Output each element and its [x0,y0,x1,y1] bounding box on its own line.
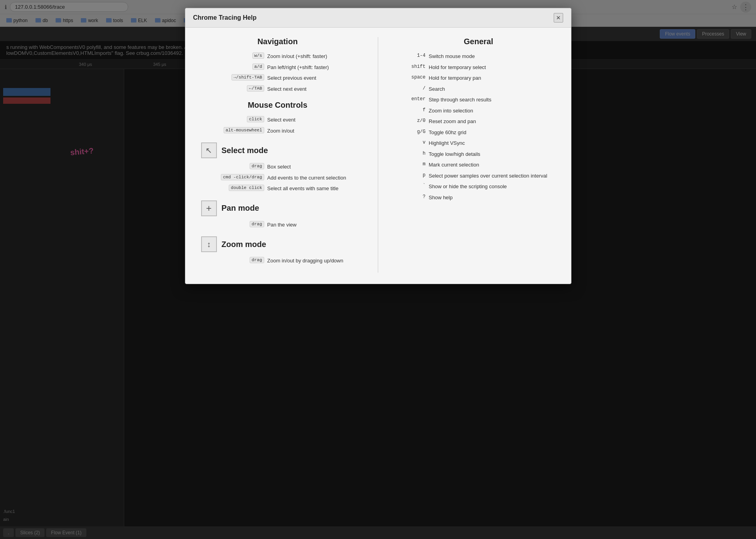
pan-mode-header: + Pan mode [201,200,355,216]
gen-desc-backtick: Show or hide the scripting console [429,183,507,191]
pan-mode-icon: + [201,200,217,216]
nav-key-ad: a/d [201,64,264,69]
zoom-key-drag: drag [201,257,264,263]
nav-key-next: ←/TAB [201,85,264,91]
help-right-column: General 1-4 Switch mouse mode shift Hold… [402,37,555,273]
gen-desc-enter: Step through search results [429,96,491,104]
select-mode-icon: ↖ [201,142,217,158]
gen-key-gg: g/G [402,129,426,135]
select-mode-header: ↖ Select mode [201,142,355,158]
select-row-dblclick: double click Select all events with same… [201,185,355,193]
gen-row-enter: enter Step through search results [402,96,555,104]
mouse-row-click: click Select event [201,116,355,124]
help-modal: Chrome Tracing Help ✕ Navigation w/s Zoo… [185,8,571,284]
gen-key-v: v [402,139,426,145]
zoom-mode-icon: ↕ [201,236,217,252]
nav-row-ad: a/d Pan left/right (+shift: faster) [201,64,355,71]
pan-row-drag: drag Pan the view [201,221,355,229]
gen-row-v: v Highlight VSync [402,139,555,147]
mouse-key-wheel: alt-mousewheel [201,127,264,133]
gen-desc-space: Hold for temporary pan [429,74,481,82]
mouse-controls-title: Mouse Controls [201,101,355,110]
zoom-mode-header: ↕ Zoom mode [201,236,355,252]
gen-row-h: h Toggle low/high details [402,150,555,158]
gen-row-space: space Hold for temporary pan [402,74,555,82]
navigation-title: Navigation [201,37,355,46]
select-desc-dblclick: Select all events with same title [267,185,339,193]
gen-key-p: p [402,172,426,178]
gen-row-f: f Zoom into selection [402,107,555,115]
gen-key-space: space [402,74,426,80]
pan-mode-section: + Pan mode drag Pan the view [201,200,355,229]
gen-desc-m: Mark current selection [429,161,479,169]
gen-key-backtick: ` [402,183,426,189]
zoom-desc-drag: Zoom in/out by dragging up/down [267,257,343,265]
gen-key-z0: z/0 [402,118,426,124]
gen-row-slash: / Search [402,85,555,93]
zoom-row-drag: drag Zoom in/out by dragging up/down [201,257,355,265]
mouse-desc-click: Select event [267,116,296,124]
nav-key-ws: w/s [201,52,264,58]
gen-key-enter: enter [402,96,426,102]
gen-row-backtick: ` Show or hide the scripting console [402,183,555,191]
gen-desc-1-4: Switch mouse mode [429,52,475,60]
mouse-key-click: click [201,116,264,122]
pan-key-drag: drag [201,221,264,227]
select-key-cmd: cmd -click/drag [201,174,264,180]
select-mode-section: ↖ Select mode drag Box select cmd -click… [201,142,355,193]
modal-close-button[interactable]: ✕ [554,13,563,22]
pan-desc-drag: Pan the view [267,221,297,229]
nav-row-ws: w/s Zoom in/out (+shift: faster) [201,52,355,60]
nav-desc-prev: Select previous event [267,74,316,82]
select-key-dblclick: double click [201,185,264,191]
gen-key-f: f [402,107,426,113]
gen-desc-question: Show help [429,194,453,202]
nav-desc-next: Select next event [267,85,307,93]
nav-key-prev: →/shift-TAB [201,74,264,80]
gen-key-shift: shift [402,64,426,69]
gen-key-h: h [402,150,426,156]
nav-row-prev: →/shift-TAB Select previous event [201,74,355,82]
help-left-column: Navigation w/s Zoom in/out (+shift: fast… [201,37,355,273]
gen-key-slash: / [402,85,426,91]
gen-desc-v: Highlight VSync [429,139,465,147]
navigation-section: Navigation w/s Zoom in/out (+shift: fast… [201,37,355,93]
gen-row-z0: z/0 Reset zoom and pan [402,118,555,125]
gen-row-shift: shift Hold for temporary select [402,64,555,71]
gen-row-1-4: 1-4 Switch mouse mode [402,52,555,60]
select-row-drag: drag Box select [201,163,355,171]
mouse-desc-wheel: Zoom in/out [267,127,295,135]
nav-desc-ad: Pan left/right (+shift: faster) [267,64,329,71]
modal-header: Chrome Tracing Help ✕ [185,8,571,28]
mouse-row-wheel: alt-mousewheel Zoom in/out [201,127,355,135]
nav-desc-ws: Zoom in/out (+shift: faster) [267,52,327,60]
gen-desc-p: Select power samples over current select… [429,172,547,180]
gen-key-1-4: 1-4 [402,52,426,58]
zoom-mode-title: Zoom mode [222,240,266,249]
nav-row-next: ←/TAB Select next event [201,85,355,93]
select-desc-drag: Box select [267,163,291,171]
mouse-controls-section: Mouse Controls click Select event alt-mo… [201,101,355,135]
gen-desc-gg: Toggle 60hz grid [429,129,466,137]
gen-row-m: m Mark current selection [402,161,555,169]
select-desc-cmd: Add events to the current selection [267,174,346,182]
modal-body: Navigation w/s Zoom in/out (+shift: fast… [185,28,571,282]
modal-overlay: Chrome Tracing Help ✕ Navigation w/s Zoo… [0,0,756,539]
pan-mode-title: Pan mode [222,204,259,213]
gen-row-gg: g/G Toggle 60hz grid [402,129,555,137]
select-row-cmd: cmd -click/drag Add events to the curren… [201,174,355,182]
gen-row-question: ? Show help [402,194,555,202]
gen-key-question: ? [402,194,426,200]
modal-title: Chrome Tracing Help [193,14,257,21]
gen-desc-shift: Hold for temporary select [429,64,486,71]
gen-desc-slash: Search [429,85,445,93]
general-title: General [402,37,555,46]
zoom-mode-section: ↕ Zoom mode drag Zoom in/out by dragging… [201,236,355,265]
gen-desc-z0: Reset zoom and pan [429,118,476,125]
gen-key-m: m [402,161,426,167]
select-key-drag: drag [201,163,264,169]
gen-desc-h: Toggle low/high details [429,150,480,158]
column-divider [378,37,378,273]
gen-desc-f: Zoom into selection [429,107,473,115]
gen-row-p: p Select power samples over current sele… [402,172,555,180]
